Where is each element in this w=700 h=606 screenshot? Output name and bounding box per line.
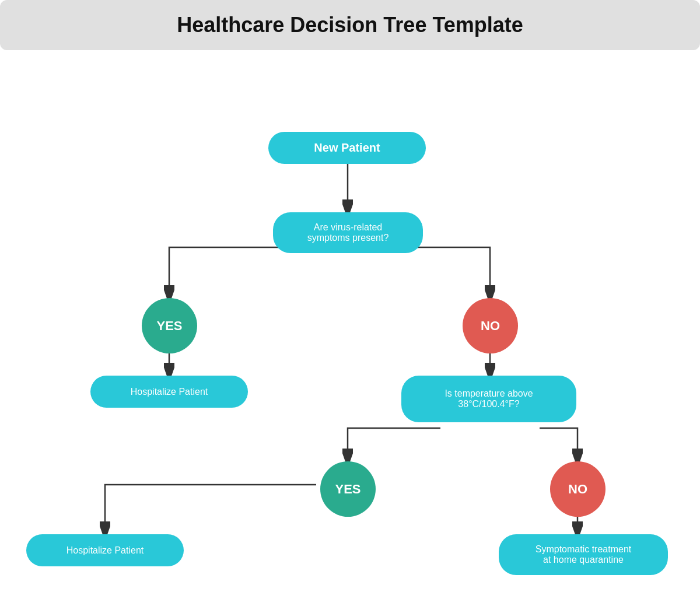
symptomatic-node: Symptomatic treatment at home quarantine xyxy=(499,534,668,575)
hospitalize2-node: Hospitalize Patient xyxy=(26,534,184,566)
yes1-circle: YES xyxy=(142,298,197,353)
no2-circle: NO xyxy=(550,461,606,517)
diagram: New Patient Are virus-related symptoms p… xyxy=(0,56,700,569)
new-patient-node: New Patient xyxy=(268,132,426,164)
yes2-circle: YES xyxy=(320,461,376,517)
page-title: Healthcare Decision Tree Template xyxy=(23,13,677,37)
temp-question-node: Is temperature above 38°C/100.4°F? xyxy=(401,376,576,422)
virus-symptoms-node: Are virus-related symptoms present? xyxy=(273,212,423,253)
no1-circle: NO xyxy=(463,298,518,353)
title-bar: Healthcare Decision Tree Template xyxy=(0,0,700,50)
hospitalize1-node: Hospitalize Patient xyxy=(90,376,248,408)
